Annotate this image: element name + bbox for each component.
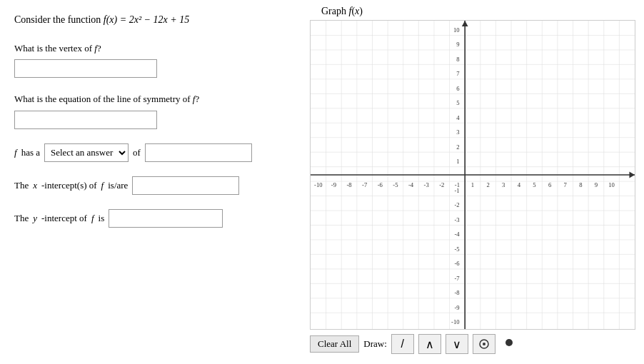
y-intercept-input[interactable] (109, 209, 223, 228)
q2-block: What is the equation of the line of symm… (14, 92, 293, 129)
svg-text:7: 7 (456, 70, 460, 77)
svg-text:2: 2 (486, 181, 489, 188)
q5-block: The y -intercept of f is (14, 209, 293, 228)
q1-label: What is the vertex of f? (14, 41, 293, 56)
svg-point-87 (483, 343, 485, 345)
circle-tool-button[interactable] (473, 334, 495, 354)
svg-text:-10: -10 (314, 181, 323, 188)
svg-text:3: 3 (502, 181, 505, 188)
svg-text:10: 10 (608, 181, 615, 188)
problem-statement: Consider the function f(x) = 2x² − 12x +… (14, 13, 293, 27)
svg-text:6: 6 (548, 181, 552, 188)
parabola-up-tool-button[interactable]: ∧ (418, 334, 441, 354)
graph-container[interactable]: -10 -9 -8 -7 -6 -5 -4 -3 -2 -1 1 2 3 4 5… (310, 20, 635, 330)
q2-label: What is the equation of the line of symm… (14, 92, 293, 106)
svg-text:-8: -8 (454, 289, 460, 296)
svg-text:-7: -7 (454, 275, 460, 282)
svg-text:8: 8 (456, 56, 460, 63)
svg-text:2: 2 (456, 143, 459, 150)
svg-text:-2: -2 (454, 201, 459, 208)
q3-middle: has a (21, 146, 40, 160)
svg-text:-5: -5 (393, 181, 398, 188)
q5-y: y (33, 211, 37, 226)
q3-row: f has a Select an answer minimum maximum… (14, 143, 293, 162)
q4-f: f (101, 178, 104, 193)
q4-middle: -intercept(s) of (41, 178, 97, 193)
svg-text:3: 3 (456, 128, 460, 136)
symmetry-input[interactable] (14, 111, 157, 129)
svg-text:-8: -8 (346, 181, 352, 188)
q4-x: x (33, 178, 37, 193)
svg-text:-6: -6 (378, 181, 383, 188)
svg-text:10: 10 (453, 26, 460, 34)
svg-text:-3: -3 (454, 216, 460, 223)
svg-text:-5: -5 (454, 246, 460, 253)
q1-block: What is the vertex of f? (14, 41, 293, 79)
problem-prefix: Consider the function (14, 14, 104, 25)
graph-title: Graph f(x) (307, 6, 638, 17)
toolbar: Clear All Draw: / ∧ ∨ (307, 330, 638, 358)
q4-prefix: The (14, 178, 29, 193)
q4-suffix: is/are (108, 178, 128, 193)
svg-text:-2: -2 (439, 181, 444, 188)
graph-title-text: Graph f(x) (321, 6, 363, 16)
svg-text:-1: -1 (454, 187, 459, 194)
parabola-down-tool-button[interactable]: ∨ (446, 334, 468, 354)
line-tool-button[interactable]: / (391, 334, 414, 354)
left-panel: Consider the function f(x) = 2x² − 12x +… (0, 0, 307, 364)
svg-text:4: 4 (456, 113, 460, 121)
q5-suffix: is (99, 211, 105, 226)
graph-svg[interactable]: -10 -9 -8 -7 -6 -5 -4 -3 -2 -1 1 2 3 4 5… (311, 21, 635, 329)
svg-text:-3: -3 (424, 181, 430, 188)
draw-label: Draw: (363, 338, 387, 350)
svg-text:-9: -9 (454, 304, 460, 311)
svg-text:5: 5 (533, 181, 536, 188)
q3-suffix: of (133, 146, 141, 160)
minmax-value-input[interactable] (145, 143, 252, 162)
q3-f: f (14, 146, 17, 160)
svg-text:6: 6 (456, 85, 460, 92)
clear-all-button[interactable]: Clear All (310, 335, 359, 353)
svg-text:-6: -6 (454, 260, 460, 267)
q3-block: f has a Select an answer minimum maximum… (14, 143, 293, 162)
vertex-input[interactable] (14, 59, 157, 78)
svg-text:-4: -4 (454, 231, 460, 238)
svg-text:-10: -10 (451, 318, 460, 325)
svg-text:-7: -7 (362, 181, 368, 188)
q4-row: The x -intercept(s) of f is/are (14, 176, 293, 195)
svg-text:-9: -9 (331, 181, 337, 188)
svg-text:1: 1 (456, 158, 459, 165)
svg-text:1: 1 (471, 181, 474, 188)
right-panel: Graph f(x) (307, 0, 644, 364)
svg-text:9: 9 (456, 41, 460, 48)
svg-text:5: 5 (456, 99, 460, 106)
q5-row: The y -intercept of f is (14, 209, 293, 228)
q5-f: f (91, 211, 94, 226)
svg-text:8: 8 (579, 181, 583, 188)
circle-icon (478, 338, 490, 350)
q5-prefix: The (14, 211, 29, 226)
problem-function: f(x) = 2x² − 12x + 15 (104, 14, 189, 25)
svg-text:7: 7 (564, 181, 568, 188)
x-intercept-input[interactable] (132, 176, 239, 195)
select-answer-dropdown[interactable]: Select an answer minimum maximum (44, 143, 129, 162)
svg-text:-4: -4 (408, 181, 414, 188)
bottom-dot-indicator (505, 339, 513, 346)
q5-middle: -intercept of (41, 211, 87, 226)
svg-text:9: 9 (595, 181, 598, 188)
q4-block: The x -intercept(s) of f is/are (14, 176, 293, 195)
svg-text:4: 4 (518, 181, 521, 188)
